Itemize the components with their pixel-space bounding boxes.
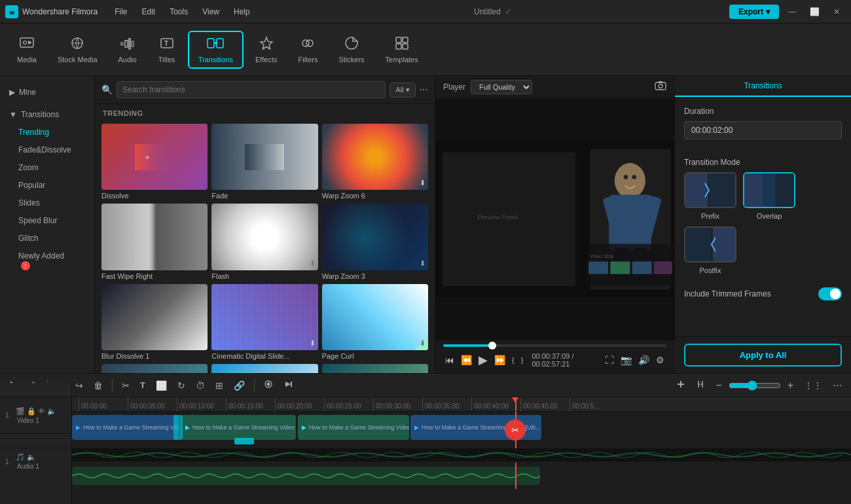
sidebar-trending[interactable]: Trending xyxy=(5,124,89,141)
tool-transitions[interactable]: Transitions xyxy=(188,31,244,69)
tool-audio[interactable]: Audio xyxy=(109,32,146,67)
snapshot-icon[interactable] xyxy=(655,81,666,94)
transition-extra2[interactable]: ⬇ xyxy=(211,364,317,373)
svg-text:T: T xyxy=(164,40,168,47)
mode-overlap-label: Overlap xyxy=(757,212,782,220)
apply-all-button[interactable]: Apply to All xyxy=(684,344,842,367)
menu-view[interactable]: View xyxy=(196,6,226,18)
transition-dissolve[interactable]: ✈ Dissolve xyxy=(101,124,208,200)
timeline-timer[interactable]: ⏱ xyxy=(192,378,209,393)
timeline-cut[interactable]: ✂ xyxy=(118,378,134,393)
tool-filters[interactable]: Filters xyxy=(289,32,327,67)
timeline-text[interactable]: T xyxy=(136,378,149,393)
tl-separator-3 xyxy=(254,379,255,392)
progress-handle[interactable] xyxy=(488,342,496,350)
menu-help[interactable]: Help xyxy=(227,6,257,18)
sidebar-speedblur[interactable]: Speed Blur xyxy=(5,212,89,229)
sidebar-glitch[interactable]: Glitch xyxy=(5,230,89,247)
timeline-record[interactable] xyxy=(260,377,277,393)
add-track-button[interactable] xyxy=(672,377,689,393)
mode-overlap[interactable]: Overlap xyxy=(743,172,795,220)
timeline-crop[interactable]: ⬜ xyxy=(152,378,171,393)
full-screen-button[interactable]: ⛶ xyxy=(603,353,616,367)
mark-out-button[interactable]: } xyxy=(519,354,526,366)
timeline-more[interactable]: ⋮⋮ xyxy=(800,378,826,393)
transition-fade[interactable]: Fade xyxy=(211,124,317,200)
transition-pagecurl[interactable]: ⬇ Page Curl xyxy=(322,284,428,360)
include-trimmed-toggle[interactable] xyxy=(818,287,842,300)
mode-postfix[interactable]: Postfix xyxy=(684,226,736,274)
mode-prefix[interactable]: Prefix xyxy=(684,172,736,220)
menu-edit[interactable]: Edit xyxy=(136,6,162,18)
maximize-button[interactable]: ⬜ xyxy=(805,3,824,21)
menu-file[interactable]: File xyxy=(108,6,134,18)
transition-thumb-cinematic: ⬇ xyxy=(211,284,317,350)
close-button[interactable]: ✕ xyxy=(827,3,846,21)
transition-thumb-dissolve: ✈ xyxy=(101,124,208,190)
volume-button[interactable]: 🔊 xyxy=(636,353,651,367)
mark-in-button[interactable]: { xyxy=(510,354,516,366)
tool-stock[interactable]: Stock Media xyxy=(48,32,107,67)
transition-flash[interactable]: ⬇ Flash xyxy=(211,204,317,279)
clip-3[interactable]: ▶ How to Make a Game Streaming Video [Ul… xyxy=(298,415,409,440)
timeline-redo[interactable]: ↪ xyxy=(71,378,87,393)
zoom-slider[interactable] xyxy=(729,380,781,391)
filter-button[interactable]: All ▾ xyxy=(389,82,415,98)
video1-eye-icon[interactable]: 👁 xyxy=(38,407,45,416)
menu-tools[interactable]: Tools xyxy=(163,6,194,18)
tool-media[interactable]: Media xyxy=(8,32,46,67)
quality-select[interactable]: Full Quality 1/2 Quality 1/4 Quality xyxy=(471,80,532,94)
transition-warpzoom3[interactable]: ⬇ Warp Zoom 3 xyxy=(322,204,428,279)
timeline-snap[interactable] xyxy=(692,377,709,393)
duration-input[interactable] xyxy=(684,121,842,139)
transition-thumb-fastwiperight xyxy=(101,204,208,270)
step-back-button[interactable]: ⏪ xyxy=(459,353,474,367)
timeline-link[interactable]: 🔗 xyxy=(230,378,249,393)
play-button[interactable]: ▶ xyxy=(477,351,490,369)
timeline-rotate[interactable]: ↻ xyxy=(173,378,189,393)
export-button[interactable]: Export ▾ xyxy=(729,5,779,19)
timeline-delete[interactable]: 🗑 xyxy=(90,378,107,393)
timeline-grid[interactable]: ⊞ xyxy=(211,378,227,393)
audio-clip[interactable] xyxy=(72,467,540,485)
tool-stickers[interactable]: Stickers xyxy=(329,32,373,67)
transition-extra1[interactable] xyxy=(101,364,208,373)
more-options-button[interactable]: ··· xyxy=(420,84,428,96)
settings-button[interactable]: ⚙ xyxy=(654,353,666,367)
video1-volume-icon[interactable]: 🔈 xyxy=(47,407,56,416)
sidebar-popular[interactable]: Popular xyxy=(5,177,89,194)
transition-fastwiperight[interactable]: Fast Wipe Right xyxy=(101,204,208,279)
audio1-volume-icon[interactable]: 🔈 xyxy=(27,453,36,461)
transition-thumb-extra3 xyxy=(322,364,428,373)
sidebar-transitions-parent[interactable]: ▼ Transitions xyxy=(0,106,94,123)
sidebar-zoom[interactable]: Zoom xyxy=(5,159,89,176)
search-input[interactable] xyxy=(117,81,386,98)
tool-templates[interactable]: Templates xyxy=(376,32,427,67)
sidebar-slides[interactable]: Slides xyxy=(5,194,89,211)
progress-bar[interactable] xyxy=(443,344,666,347)
tool-titles[interactable]: T Titles xyxy=(149,32,185,67)
tool-effects[interactable]: Effects xyxy=(246,32,286,67)
timeline-speed[interactable] xyxy=(280,377,297,393)
minimize-button[interactable]: — xyxy=(783,3,801,21)
audio1-note-icon[interactable]: 🎵 xyxy=(16,453,25,461)
tab-transitions[interactable]: Transitions xyxy=(675,76,851,97)
sidebar-mine[interactable]: ▶ Mine xyxy=(0,84,94,101)
transition-warpzoom6[interactable]: ⬇ Warp Zoom 6 xyxy=(322,124,428,200)
video1-camera-icon[interactable]: 🎬 xyxy=(16,407,25,416)
transition-cinematic[interactable]: ⬇ Cinematic Digital Slide... xyxy=(211,284,317,360)
zoom-out-button[interactable]: − xyxy=(712,377,725,394)
sidebar-newlyadded[interactable]: Newly Added! xyxy=(5,247,89,274)
timeline-dots[interactable]: ⋯ xyxy=(829,378,846,393)
transition-extra3[interactable] xyxy=(322,364,428,373)
zoom-in-button[interactable]: + xyxy=(784,377,797,394)
step-forward-button[interactable]: ⏩ xyxy=(492,353,507,367)
transition-blurdissolve[interactable]: Blur Dissolve 1 xyxy=(101,284,208,360)
screenshot-button[interactable]: 📷 xyxy=(619,353,634,367)
sidebar-fade[interactable]: Fade&Dissolve xyxy=(5,141,89,158)
clip-1[interactable]: ▶ How to Make a Game Streaming Video [Ul… xyxy=(72,415,178,440)
rewind-button[interactable]: ⏮ xyxy=(443,353,456,367)
clip-2[interactable]: ▶ How to Make a Game Streaming Video [Ul… xyxy=(181,415,296,440)
video1-lock-icon[interactable]: 🔒 xyxy=(27,407,36,416)
transition-1-2[interactable] xyxy=(173,415,183,440)
